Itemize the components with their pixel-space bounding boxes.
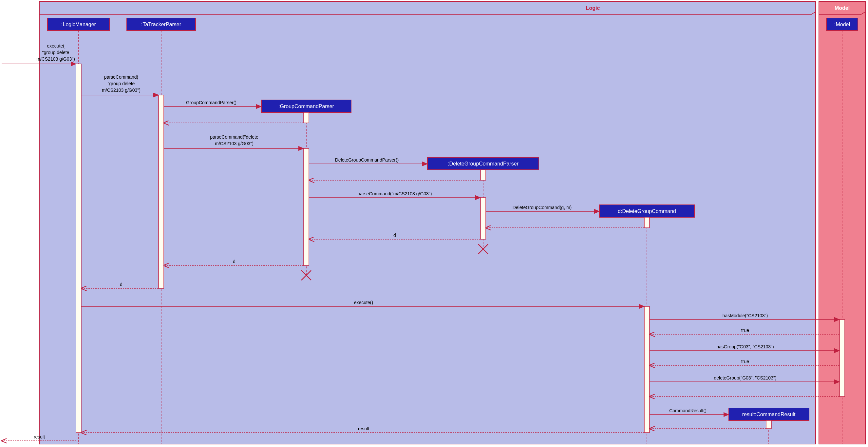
msg-parse-command-2-l1: parseCommand("delete: [210, 135, 258, 140]
msg-return-d-1-text: d: [393, 233, 396, 238]
logic-frame: [39, 2, 815, 444]
msg-parse-command-2-l2: m/CS2103 g/G03"): [215, 141, 253, 146]
msg-true-2-text: true: [741, 359, 749, 364]
msg-true-1-text: true: [741, 328, 749, 333]
group-cmd-parser-activation-1: [304, 112, 309, 123]
msg-result-2-text: result: [34, 434, 45, 440]
msg-has-group-text: hasGroup("G03", "CS2103"): [716, 344, 774, 349]
group-command-parser-label: :GroupCommandParser: [278, 103, 334, 109]
model-frame-title: Model: [835, 5, 850, 11]
msg-result-1-text: result: [358, 426, 369, 431]
msg-del-group-cmd-ctor-text: DeleteGroupCommand(g, m): [513, 205, 572, 210]
model-activation: [839, 320, 845, 396]
sequence-diagram: Logic Model :LogicManager :TaTrackerPars…: [0, 0, 868, 447]
msg-delete-group-text: deleteGroup("G03", "CS2103"): [714, 375, 776, 381]
delete-group-command-parser-label: :DeleteGroupCommandParser: [448, 161, 519, 167]
msg-execute-l2: "group delete: [42, 50, 69, 55]
msg-parse-command-1-l3: m/CS2103 g/G03"): [102, 88, 141, 93]
logic-frame-header: [39, 2, 815, 15]
ta-tracker-parser-activation: [158, 95, 164, 288]
logic-manager-label: :LogicManager: [61, 22, 96, 27]
ta-tracker-parser-label: :TaTrackerParser: [141, 22, 182, 27]
del-group-cmd-activation-2: [644, 306, 650, 433]
del-group-cmd-activation-1: [644, 217, 650, 228]
msg-group-cmd-parser-ctor-text: GroupCommandParser(): [186, 100, 237, 105]
msg-return-d-2-text: d: [233, 259, 236, 264]
msg-execute-2-text: execute(): [354, 300, 373, 305]
del-group-parser-activation-1: [480, 170, 486, 180]
model-label: :Model: [834, 22, 850, 27]
msg-execute-l3: m/CS2103 g/G03"): [36, 56, 75, 62]
logic-frame-title: Logic: [586, 5, 600, 11]
msg-parse-command-1-l1: parseCommand(: [104, 74, 138, 80]
msg-return-d-3-text: d: [120, 282, 123, 287]
msg-parse-command-3-text: parseCommand("m/CS2103 g/G03"): [358, 191, 432, 196]
msg-command-result-ctor-text: CommandResult(): [669, 408, 707, 413]
msg-parse-command-1-l2: "group delete: [108, 81, 135, 86]
del-group-parser-activation-2: [480, 198, 486, 239]
logic-manager-activation: [76, 64, 81, 433]
msg-del-group-parser-ctor-text: DeleteGroupCommandParser(): [335, 157, 399, 162]
msg-has-module-text: hasModule("CS2103"): [722, 313, 768, 318]
command-result-label: result:CommandResult: [742, 412, 796, 417]
msg-execute-l1: execute(: [47, 43, 64, 49]
command-result-activation: [766, 420, 771, 429]
group-cmd-parser-activation-2: [304, 148, 309, 265]
delete-group-command-label: d:DeleteGroupCommand: [618, 208, 676, 214]
